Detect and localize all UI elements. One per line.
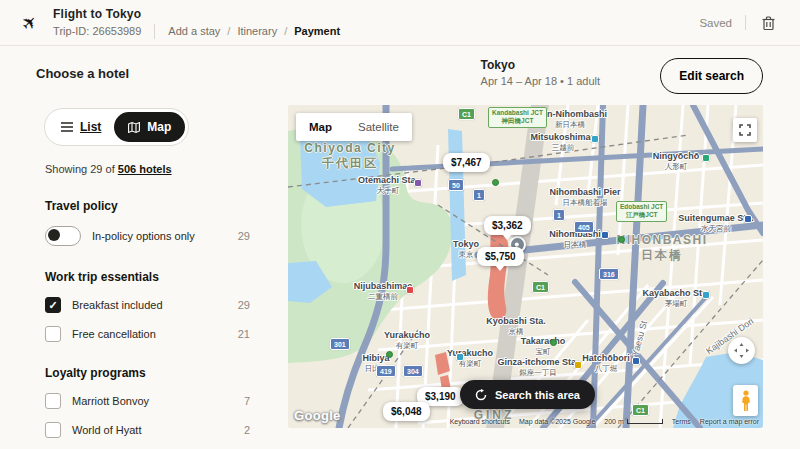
destination-label: Tokyo: [481, 58, 600, 72]
in-policy-toggle[interactable]: [45, 226, 81, 246]
satellite-tab[interactable]: Satellite: [345, 113, 412, 141]
tree-icon: [550, 339, 557, 346]
district-label-nihonbashi: NIHONBASHI日本橋: [616, 233, 707, 263]
breadcrumb-payment[interactable]: Payment: [294, 25, 340, 37]
scale-label: 200 m: [604, 418, 623, 425]
scale-bar: 200 m: [604, 418, 662, 425]
metro-station-icon: [414, 179, 422, 187]
trash-icon: [761, 15, 776, 31]
hotels-count-link[interactable]: 506 hotels: [118, 163, 172, 175]
divider: [745, 15, 746, 30]
route-shield: 304: [403, 365, 423, 377]
map-label-tokyo-station: Tokyo東京: [453, 239, 479, 259]
metro-station-icon: [456, 353, 464, 361]
page-header: Choose a hotel Tokyo Apr 14 – Apr 18 • 1…: [0, 46, 800, 106]
google-logo: Google: [294, 408, 341, 423]
scale-line: [627, 419, 663, 424]
breakfast-count: 29: [238, 299, 250, 311]
map-label-hatchobori: Hatchōbori八丁堀: [582, 353, 630, 373]
pegman-button[interactable]: [733, 385, 758, 416]
jct-label-edobashi: Edobashi JCT江戸橋JCT: [616, 201, 667, 222]
route-shield: 316: [599, 268, 619, 280]
page-title: Choose a hotel: [36, 66, 129, 81]
trip-info: Flight to Tokyo Trip-ID: 26653989 Add a …: [53, 7, 340, 39]
map-label-yurakucho-1: Yurakucho有楽町: [384, 330, 430, 350]
cancellation-count: 21: [238, 328, 250, 340]
hotel-price-marker[interactable]: $3,362: [484, 216, 531, 235]
top-bar: ✈ Flight to Tokyo Trip-ID: 26653989 Add …: [0, 0, 800, 46]
filter-row-marriott: Marriott Bonvoy 7: [45, 393, 250, 409]
filter-row-breakfast: ✓ Breakfast included 29: [45, 297, 250, 313]
map-label-kayabacho: Kayabacho Sta.茅場町: [642, 288, 709, 308]
breadcrumb-add-a-stay[interactable]: Add a stay: [168, 25, 220, 37]
map-label-takaracho: Takaracho宝町: [521, 336, 565, 356]
metro-station-icon: [601, 231, 609, 239]
breadcrumb: Add a stay / Itinerary / Payment: [168, 25, 340, 37]
tree-icon: [618, 236, 625, 243]
toggle-knob: [48, 229, 60, 241]
saved-status: Saved: [699, 17, 732, 29]
hyatt-checkbox[interactable]: [45, 422, 61, 438]
map-label-ningyocho: Ningyōchō人形町: [653, 151, 700, 171]
refresh-icon: [475, 389, 487, 401]
hotel-price-marker[interactable]: $7,467: [443, 153, 490, 172]
search-this-area-button[interactable]: Search this area: [460, 380, 595, 409]
in-policy-label: In-policy options only: [92, 230, 195, 242]
breadcrumb-itinerary[interactable]: Itinerary: [237, 25, 277, 37]
report-map-error-link[interactable]: Report a map error: [700, 418, 759, 425]
pan-arrows-icon: [734, 343, 749, 358]
map-label-kyobashi: Kyobashi Sta.京橋: [486, 316, 546, 336]
district-label-chiyoda: Chiyoda City千代田区: [304, 141, 395, 171]
route-shield: 301: [330, 338, 350, 350]
keyboard-shortcuts-link[interactable]: Keyboard shortcuts: [450, 418, 510, 425]
marriott-count: 7: [244, 395, 250, 407]
trip-title: Flight to Tokyo: [53, 7, 340, 21]
map-tab[interactable]: Map: [296, 113, 345, 141]
pan-control-button[interactable]: [728, 337, 755, 364]
map-label-otemachi: Otemachi Sta.大手町: [358, 175, 418, 195]
travel-policy-heading: Travel policy: [45, 199, 250, 213]
map-label-nijubashimae: Nijubashimae二重橋前: [354, 281, 413, 301]
essentials-section: Work trip essentials ✓ Breakfast include…: [45, 270, 250, 342]
marriott-label: Marriott Bonvoy: [72, 395, 149, 407]
metro-station-icon: [744, 215, 752, 223]
filter-row-cancellation: Free cancellation 21: [45, 326, 250, 342]
map-label-nihombashi-pier: Nihombashi Pier日本橋船着場: [549, 187, 620, 207]
map-view-button[interactable]: Map: [114, 112, 185, 142]
breadcrumb-separator: /: [227, 25, 230, 37]
list-view-label: List: [80, 120, 101, 134]
list-icon: [61, 122, 73, 132]
hyatt-count: 2: [244, 424, 250, 436]
search-summary: Tokyo Apr 14 – Apr 18 • 1 adult: [481, 58, 600, 87]
map-label-ginza-itchome: Ginza-itchome Sta.銀座一丁目: [497, 357, 578, 377]
metro-station-icon: [591, 135, 599, 143]
metro-station-icon: [702, 154, 710, 162]
map-icon: [128, 122, 140, 133]
hyatt-label: World of Hyatt: [72, 424, 142, 436]
divider: [154, 24, 155, 39]
breakfast-checkbox[interactable]: ✓: [45, 297, 61, 313]
route-shield: 1: [553, 209, 565, 221]
jct-label-kandabashi: Kandabashi JCT神田橋JCT: [488, 107, 547, 128]
hotel-map[interactable]: Chiyoda City千代田区 NIHONBASHI日本橋 GINZ Shin…: [288, 105, 763, 428]
fullscreen-button[interactable]: [733, 118, 757, 142]
route-shield: 50: [448, 179, 464, 191]
list-view-button[interactable]: List: [48, 113, 114, 141]
map-view-label: Map: [147, 120, 171, 134]
metro-station-icon: [702, 291, 710, 299]
cancellation-checkbox[interactable]: [45, 326, 61, 342]
map-label-yurakucho-2: Yurakucho有楽町: [447, 348, 493, 368]
terms-link[interactable]: Terms: [672, 418, 691, 425]
delete-trip-button[interactable]: [759, 13, 778, 33]
map-label-mitsukoshimae: Mitsukoshimae三越前: [530, 132, 595, 152]
marriott-checkbox[interactable]: [45, 393, 61, 409]
edit-search-button[interactable]: Edit search: [660, 58, 763, 94]
hotel-price-marker[interactable]: $6,048: [383, 402, 430, 421]
hotel-price-marker[interactable]: $5,750: [477, 247, 524, 266]
cancellation-label: Free cancellation: [72, 328, 156, 340]
pegman-icon: [740, 390, 752, 412]
expressway-shield: C1: [458, 108, 475, 120]
loyalty-section: Loyalty programs Marriott Bonvoy 7 World…: [45, 366, 250, 449]
metro-station-icon: [632, 357, 640, 365]
view-toggle: List Map: [44, 108, 189, 146]
